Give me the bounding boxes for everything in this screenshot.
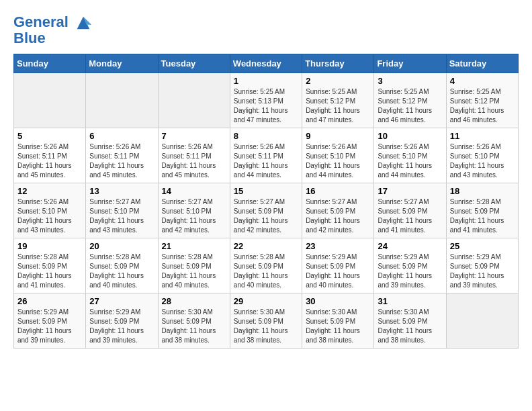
calendar-week-5: 26Sunrise: 5:29 AM Sunset: 5:09 PM Dayli…: [14, 293, 519, 349]
day-info: Sunrise: 5:26 AM Sunset: 5:11 PM Dayligh…: [162, 142, 226, 180]
day-number: 23: [306, 241, 370, 251]
calendar-cell: 17Sunrise: 5:27 AM Sunset: 5:09 PM Dayli…: [374, 183, 446, 238]
day-number: 29: [234, 296, 298, 306]
calendar-cell: 14Sunrise: 5:27 AM Sunset: 5:10 PM Dayli…: [158, 183, 230, 238]
calendar-cell: 21Sunrise: 5:28 AM Sunset: 5:09 PM Dayli…: [158, 238, 230, 293]
calendar-cell: 12Sunrise: 5:26 AM Sunset: 5:10 PM Dayli…: [14, 183, 86, 238]
calendar-cell: 10Sunrise: 5:26 AM Sunset: 5:10 PM Dayli…: [374, 128, 446, 183]
calendar-cell: 22Sunrise: 5:28 AM Sunset: 5:09 PM Dayli…: [230, 238, 302, 293]
day-number: 13: [89, 186, 154, 196]
calendar-cell: 9Sunrise: 5:26 AM Sunset: 5:10 PM Daylig…: [302, 128, 374, 183]
day-info: Sunrise: 5:28 AM Sunset: 5:09 PM Dayligh…: [17, 253, 82, 290]
calendar-cell: 29Sunrise: 5:30 AM Sunset: 5:09 PM Dayli…: [230, 293, 302, 349]
day-info: Sunrise: 5:28 AM Sunset: 5:09 PM Dayligh…: [450, 197, 515, 235]
calendar-week-3: 12Sunrise: 5:26 AM Sunset: 5:10 PM Dayli…: [14, 183, 519, 238]
calendar-week-4: 19Sunrise: 5:28 AM Sunset: 5:09 PM Dayli…: [14, 238, 519, 293]
day-info: Sunrise: 5:27 AM Sunset: 5:10 PM Dayligh…: [89, 197, 154, 235]
day-info: Sunrise: 5:26 AM Sunset: 5:10 PM Dayligh…: [17, 197, 82, 235]
day-number: 30: [306, 296, 370, 306]
day-number: 19: [17, 241, 82, 251]
day-number: 17: [378, 186, 442, 196]
column-header-saturday: Saturday: [446, 54, 518, 73]
day-number: 4: [450, 76, 515, 86]
calendar-cell: 26Sunrise: 5:29 AM Sunset: 5:09 PM Dayli…: [14, 293, 86, 349]
day-info: Sunrise: 5:29 AM Sunset: 5:09 PM Dayligh…: [378, 253, 442, 290]
calendar-cell: [158, 73, 230, 128]
calendar-week-1: 1Sunrise: 5:25 AM Sunset: 5:13 PM Daylig…: [14, 73, 519, 128]
day-info: Sunrise: 5:28 AM Sunset: 5:09 PM Dayligh…: [162, 253, 226, 290]
day-number: 6: [89, 131, 154, 141]
calendar-cell: 31Sunrise: 5:30 AM Sunset: 5:09 PM Dayli…: [374, 293, 446, 349]
calendar-cell: 5Sunrise: 5:26 AM Sunset: 5:11 PM Daylig…: [14, 128, 86, 183]
day-info: Sunrise: 5:26 AM Sunset: 5:11 PM Dayligh…: [17, 142, 82, 180]
calendar-cell: 20Sunrise: 5:28 AM Sunset: 5:09 PM Dayli…: [86, 238, 158, 293]
day-info: Sunrise: 5:26 AM Sunset: 5:11 PM Dayligh…: [89, 142, 154, 180]
calendar-week-2: 5Sunrise: 5:26 AM Sunset: 5:11 PM Daylig…: [14, 128, 519, 183]
day-number: 9: [306, 131, 370, 141]
calendar-cell: 1Sunrise: 5:25 AM Sunset: 5:13 PM Daylig…: [230, 73, 302, 128]
calendar-body: 1Sunrise: 5:25 AM Sunset: 5:13 PM Daylig…: [14, 73, 519, 349]
day-number: 22: [234, 241, 298, 251]
day-number: 28: [162, 296, 226, 306]
day-info: Sunrise: 5:29 AM Sunset: 5:09 PM Dayligh…: [17, 308, 82, 345]
day-number: 8: [234, 131, 298, 141]
day-info: Sunrise: 5:27 AM Sunset: 5:09 PM Dayligh…: [378, 197, 442, 235]
column-header-sunday: Sunday: [14, 54, 86, 73]
calendar-cell: 8Sunrise: 5:26 AM Sunset: 5:11 PM Daylig…: [230, 128, 302, 183]
day-number: 21: [162, 241, 226, 251]
day-number: 10: [378, 131, 442, 141]
calendar-cell: [86, 73, 158, 128]
calendar-cell: 25Sunrise: 5:29 AM Sunset: 5:09 PM Dayli…: [446, 238, 518, 293]
day-info: Sunrise: 5:26 AM Sunset: 5:10 PM Dayligh…: [306, 142, 370, 180]
day-number: 25: [450, 241, 515, 251]
calendar-cell: 28Sunrise: 5:30 AM Sunset: 5:09 PM Dayli…: [158, 293, 230, 349]
day-number: 11: [450, 131, 515, 141]
day-number: 5: [17, 131, 82, 141]
day-info: Sunrise: 5:27 AM Sunset: 5:09 PM Dayligh…: [234, 197, 298, 235]
day-info: Sunrise: 5:25 AM Sunset: 5:12 PM Dayligh…: [306, 87, 370, 125]
calendar-cell: 24Sunrise: 5:29 AM Sunset: 5:09 PM Dayli…: [374, 238, 446, 293]
day-number: 27: [89, 296, 154, 306]
day-number: 26: [17, 296, 82, 306]
column-header-wednesday: Wednesday: [230, 54, 302, 73]
column-header-monday: Monday: [86, 54, 158, 73]
calendar-cell: 23Sunrise: 5:29 AM Sunset: 5:09 PM Dayli…: [302, 238, 374, 293]
day-info: Sunrise: 5:27 AM Sunset: 5:10 PM Dayligh…: [162, 197, 226, 235]
day-info: Sunrise: 5:26 AM Sunset: 5:10 PM Dayligh…: [378, 142, 442, 180]
day-number: 12: [17, 186, 82, 196]
calendar-cell: 11Sunrise: 5:26 AM Sunset: 5:10 PM Dayli…: [446, 128, 518, 183]
day-number: 15: [234, 186, 298, 196]
day-info: Sunrise: 5:25 AM Sunset: 5:12 PM Dayligh…: [450, 87, 515, 125]
day-info: Sunrise: 5:25 AM Sunset: 5:12 PM Dayligh…: [378, 87, 442, 125]
column-header-friday: Friday: [374, 54, 446, 73]
calendar-cell: 18Sunrise: 5:28 AM Sunset: 5:09 PM Dayli…: [446, 183, 518, 238]
day-number: 7: [162, 131, 226, 141]
day-number: 18: [450, 186, 515, 196]
calendar-cell: 4Sunrise: 5:25 AM Sunset: 5:12 PM Daylig…: [446, 73, 518, 128]
calendar-table: SundayMondayTuesdayWednesdayThursdayFrid…: [13, 54, 519, 349]
day-number: 20: [89, 241, 154, 251]
day-number: 24: [378, 241, 442, 251]
day-number: 3: [378, 76, 442, 86]
calendar-cell: [14, 73, 86, 128]
calendar-cell: 13Sunrise: 5:27 AM Sunset: 5:10 PM Dayli…: [86, 183, 158, 238]
calendar-cell: 2Sunrise: 5:25 AM Sunset: 5:12 PM Daylig…: [302, 73, 374, 128]
calendar-cell: 6Sunrise: 5:26 AM Sunset: 5:11 PM Daylig…: [86, 128, 158, 183]
day-info: Sunrise: 5:29 AM Sunset: 5:09 PM Dayligh…: [306, 253, 370, 290]
day-info: Sunrise: 5:30 AM Sunset: 5:09 PM Dayligh…: [162, 308, 226, 345]
day-info: Sunrise: 5:28 AM Sunset: 5:09 PM Dayligh…: [89, 253, 154, 290]
day-info: Sunrise: 5:27 AM Sunset: 5:09 PM Dayligh…: [306, 197, 370, 235]
day-info: Sunrise: 5:30 AM Sunset: 5:09 PM Dayligh…: [234, 308, 298, 345]
calendar-cell: [446, 293, 518, 349]
calendar-cell: 7Sunrise: 5:26 AM Sunset: 5:11 PM Daylig…: [158, 128, 230, 183]
day-info: Sunrise: 5:30 AM Sunset: 5:09 PM Dayligh…: [378, 308, 442, 345]
day-info: Sunrise: 5:26 AM Sunset: 5:11 PM Dayligh…: [234, 142, 298, 180]
page-header: General Blue: [13, 13, 519, 47]
calendar-cell: 27Sunrise: 5:29 AM Sunset: 5:09 PM Dayli…: [86, 293, 158, 349]
calendar-cell: 3Sunrise: 5:25 AM Sunset: 5:12 PM Daylig…: [374, 73, 446, 128]
day-info: Sunrise: 5:30 AM Sunset: 5:09 PM Dayligh…: [306, 308, 370, 345]
day-number: 1: [234, 76, 298, 86]
logo: General Blue: [13, 13, 93, 47]
day-number: 16: [306, 186, 370, 196]
calendar-cell: 16Sunrise: 5:27 AM Sunset: 5:09 PM Dayli…: [302, 183, 374, 238]
